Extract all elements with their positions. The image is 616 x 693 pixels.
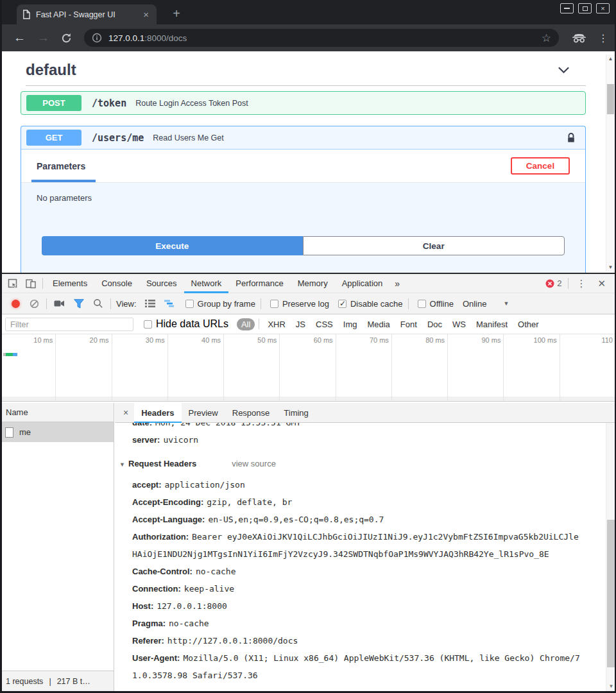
filter-funnel-icon[interactable]: [69, 299, 89, 309]
no-parameters-text: No parameters: [37, 193, 92, 203]
parameters-tab[interactable]: Parameters: [37, 161, 85, 171]
details-close-icon[interactable]: ×: [117, 407, 134, 418]
tab-application[interactable]: Application: [335, 274, 390, 293]
filter-type-img[interactable]: Img: [339, 318, 362, 330]
tab-sources[interactable]: Sources: [139, 274, 184, 293]
tick-label: 80 ms: [425, 336, 445, 344]
request-header-line: Authorization:Bearer eyJ0eXAiOiJKV1QiLCJ…: [132, 528, 583, 563]
preserve-log-label[interactable]: Preserve log: [282, 299, 329, 309]
scrollbar-thumb[interactable]: [607, 84, 614, 114]
requests-count: 1 requests: [6, 677, 43, 686]
execute-button[interactable]: Execute: [42, 236, 303, 255]
offline-label[interactable]: Offline: [430, 299, 454, 309]
details-tab-response[interactable]: Response: [225, 403, 277, 423]
dropdown-arrow-icon[interactable]: ▼: [503, 300, 509, 307]
inspect-element-icon[interactable]: [4, 278, 22, 289]
throttling-dropdown[interactable]: Online: [463, 299, 487, 309]
hide-data-urls-label[interactable]: Hide data URLs: [156, 318, 228, 330]
devtools-close-icon[interactable]: ✕: [591, 278, 612, 289]
group-by-frame-label[interactable]: Group by frame: [198, 299, 255, 309]
offline-checkbox[interactable]: [418, 300, 426, 308]
new-tab-button[interactable]: +: [168, 6, 185, 21]
filter-type-media[interactable]: Media: [363, 318, 394, 330]
window-maximize-button[interactable]: [578, 3, 592, 13]
cancel-button[interactable]: Cancel: [511, 157, 570, 175]
filter-type-manifest[interactable]: Manifest: [472, 318, 512, 330]
browser-titlebar: Fast API - Swagger UI × + ×: [0, 0, 616, 24]
details-tab-timing[interactable]: Timing: [277, 403, 316, 423]
request-header-line: Pragma:no-cache: [132, 615, 583, 632]
search-icon[interactable]: [89, 298, 108, 309]
disable-cache-checkbox[interactable]: [338, 300, 346, 308]
screenshot-camera-icon[interactable]: [49, 299, 69, 308]
tick-label: 40 ms: [201, 336, 221, 344]
request-waterfall-bar: [3, 353, 17, 356]
request-row-me[interactable]: me: [0, 422, 114, 442]
clear-button[interactable]: Clear: [303, 236, 565, 255]
clear-requests-icon[interactable]: [25, 299, 44, 309]
lock-icon[interactable]: [567, 132, 576, 144]
incognito-icon: [572, 33, 586, 43]
details-tab-preview[interactable]: Preview: [182, 403, 225, 423]
record-button[interactable]: [12, 300, 20, 308]
error-count-badge[interactable]: 2: [542, 278, 565, 288]
hide-data-urls-checkbox[interactable]: [144, 320, 152, 329]
summary-divider: |: [49, 677, 51, 686]
group-by-frame-checkbox[interactable]: [185, 300, 194, 308]
request-header-line: Accept-Language:en-US,en;q=0.9,es-CO;q=0…: [132, 511, 583, 528]
filter-type-ws[interactable]: WS: [448, 318, 470, 330]
tab-memory[interactable]: Memory: [291, 274, 335, 293]
endpoint-post-token[interactable]: POST /token Route Login Access Token Pos…: [21, 91, 586, 115]
details-tab-headers[interactable]: Headers: [134, 403, 181, 423]
filter-type-font[interactable]: Font: [396, 318, 422, 330]
waterfall-view-icon[interactable]: [160, 299, 179, 308]
scroll-down-icon[interactable]: ▼: [606, 264, 615, 270]
preserve-log-checkbox[interactable]: [270, 300, 278, 308]
browser-toolbar: ← → 127.0.0.1:8000/docs ☆ ⋮: [0, 24, 616, 51]
name-column-header[interactable]: Name: [0, 403, 114, 422]
browser-menu-icon[interactable]: ⋮: [598, 32, 608, 44]
filter-type-xhr[interactable]: XHR: [263, 318, 289, 330]
transferred-size: 217 B t…: [57, 677, 90, 686]
endpoint-header[interactable]: GET /users/me Read Users Me Get: [21, 126, 585, 150]
window-minimize-button[interactable]: [560, 3, 574, 13]
bookmark-star-icon[interactable]: ☆: [542, 31, 551, 45]
view-source-link[interactable]: view source: [232, 459, 276, 468]
site-info-icon[interactable]: [92, 33, 102, 43]
tab-elements[interactable]: Elements: [46, 274, 94, 293]
filter-type-css[interactable]: CSS: [311, 318, 338, 330]
tick-label: 10 ms: [33, 336, 53, 344]
page-scrollbar[interactable]: ▲ ▼: [606, 55, 615, 271]
tab-performance[interactable]: Performance: [228, 274, 290, 293]
disable-cache-label[interactable]: Disable cache: [350, 299, 403, 309]
back-button[interactable]: ←: [13, 31, 26, 45]
devtools-menu-icon[interactable]: ⋮: [571, 278, 591, 289]
tick-label: 30 ms: [146, 336, 165, 344]
reload-button[interactable]: [61, 33, 72, 44]
tab-console[interactable]: Console: [94, 274, 139, 293]
url-bar[interactable]: 127.0.0.1:8000/docs ☆: [84, 29, 559, 47]
more-tabs-button[interactable]: »: [389, 278, 405, 289]
request-headers-section[interactable]: ▼Request Headersview source: [119, 455, 583, 474]
view-label: View:: [116, 299, 137, 309]
disclosure-triangle-icon[interactable]: ▼: [119, 456, 128, 474]
tab-network[interactable]: Network: [184, 274, 229, 293]
filter-type-other[interactable]: Other: [513, 318, 543, 330]
window-close-button[interactable]: ×: [596, 3, 610, 13]
forward-button[interactable]: →: [37, 31, 49, 45]
filter-type-all[interactable]: All: [237, 318, 255, 330]
request-header-line: Host:127.0.0.1:8000: [132, 597, 583, 615]
filter-type-js[interactable]: JS: [291, 318, 310, 330]
browser-tab[interactable]: Fast API - Swagger UI ×: [17, 4, 157, 24]
list-view-icon[interactable]: [141, 299, 160, 308]
network-overview-timeline[interactable]: 10 ms 20 ms 30 ms 40 ms 50 ms 60 ms 70 m…: [0, 334, 616, 402]
filter-input[interactable]: [5, 318, 133, 331]
device-toolbar-icon[interactable]: [22, 278, 40, 289]
filter-type-doc[interactable]: Doc: [423, 318, 447, 330]
window-frame-edge: [0, 0, 2, 693]
method-badge-post: POST: [26, 95, 81, 111]
chevron-down-icon[interactable]: [558, 66, 570, 74]
tick-label: 50 ms: [257, 336, 277, 344]
scroll-up-icon[interactable]: ▲: [606, 56, 615, 62]
tab-close-icon[interactable]: ×: [141, 9, 151, 20]
